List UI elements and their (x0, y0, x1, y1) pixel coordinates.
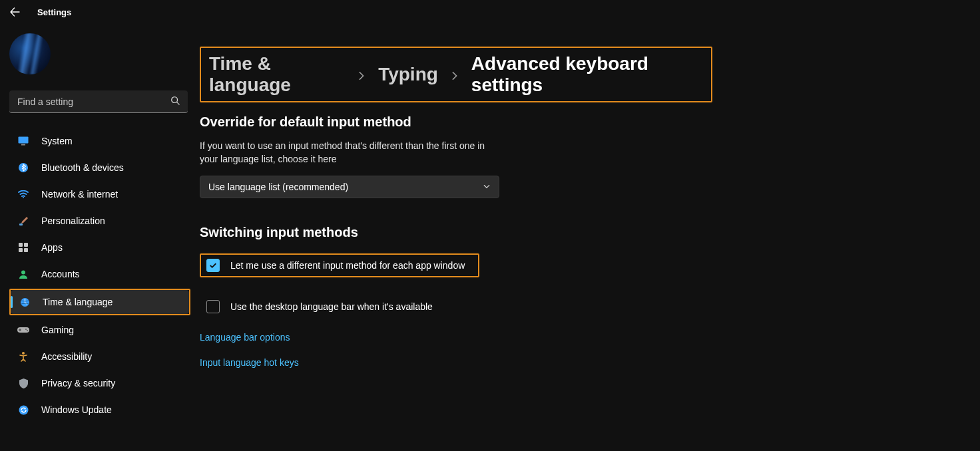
svg-point-16 (19, 405, 28, 414)
section-title-switching: Switching input methods (200, 225, 953, 240)
sidebar-item-label: Accessibility (41, 351, 92, 362)
sidebar-item-accessibility[interactable]: Accessibility (9, 345, 190, 369)
sidebar-item-windows-update[interactable]: Windows Update (9, 398, 190, 422)
svg-rect-7 (24, 243, 28, 247)
checkbox-label: Let me use a different input method for … (230, 260, 465, 271)
svg-point-10 (21, 271, 25, 275)
svg-point-15 (22, 352, 25, 355)
sidebar: SystemBluetooth & devicesNetwork & inter… (0, 24, 200, 451)
section-desc-override: If you want to use an input method that'… (200, 139, 493, 166)
svg-rect-9 (24, 248, 28, 252)
sidebar-item-privacy-security[interactable]: Privacy & security (9, 371, 190, 395)
chevron-right-icon (357, 64, 366, 85)
avatar[interactable] (9, 33, 51, 75)
main-content: Time & language Typing Advanced keyboard… (200, 24, 980, 451)
sidebar-item-apps[interactable]: Apps (9, 235, 190, 259)
checkbox-per-app-window[interactable] (206, 259, 220, 272)
override-section: Override for default input method If you… (200, 114, 953, 198)
sidebar-item-system[interactable]: System (9, 129, 190, 153)
brush-icon (17, 216, 29, 226)
sidebar-item-label: Bluetooth & devices (41, 162, 124, 173)
svg-point-13 (25, 329, 27, 330)
shield-icon (17, 378, 29, 388)
svg-point-0 (172, 96, 178, 102)
svg-rect-1 (19, 137, 29, 144)
switching-section: Switching input methods Let me use a dif… (200, 225, 953, 368)
app-title: Settings (37, 7, 71, 17)
svg-point-4 (23, 197, 24, 198)
dropdown-value: Use language list (recommended) (208, 182, 348, 192)
checkbox-label: Use the desktop language bar when it's a… (230, 301, 433, 312)
clock-globe-icon (19, 297, 31, 307)
sidebar-nav: SystemBluetooth & devicesNetwork & inter… (9, 129, 190, 422)
monitor-icon (17, 136, 29, 146)
sidebar-item-label: Accounts (41, 269, 80, 279)
breadcrumb: Time & language Typing Advanced keyboard… (200, 47, 712, 102)
search-input[interactable] (17, 96, 170, 107)
checkbox-language-bar[interactable] (206, 300, 220, 313)
section-title-override: Override for default input method (200, 114, 953, 130)
sidebar-item-label: Privacy & security (41, 378, 115, 388)
title-bar: Settings (0, 0, 980, 24)
apps-icon (17, 243, 29, 252)
search-box[interactable] (9, 90, 188, 113)
sidebar-item-label: System (41, 136, 73, 146)
sidebar-item-bluetooth-devices[interactable]: Bluetooth & devices (9, 156, 190, 180)
breadcrumb-time-language[interactable]: Time & language (209, 53, 345, 96)
wifi-icon (17, 190, 29, 198)
chevron-down-icon (483, 182, 491, 192)
sidebar-item-gaming[interactable]: Gaming (9, 318, 190, 342)
chevron-right-icon (450, 64, 459, 85)
checkbox-row-per-app-window[interactable]: Let me use a different input method for … (200, 253, 479, 277)
sidebar-item-label: Windows Update (41, 404, 112, 415)
sidebar-item-label: Apps (41, 242, 63, 253)
arrow-left-icon (9, 7, 20, 17)
checkbox-row-language-bar[interactable]: Use the desktop language bar when it's a… (200, 296, 953, 317)
svg-rect-5 (19, 224, 23, 226)
link-language-bar-options[interactable]: Language bar options (200, 332, 953, 343)
sidebar-item-label: Personalization (41, 216, 105, 226)
update-icon (17, 405, 29, 415)
search-icon (170, 96, 180, 108)
accessibility-icon (17, 352, 29, 362)
breadcrumb-typing[interactable]: Typing (378, 64, 438, 85)
sidebar-item-personalization[interactable]: Personalization (9, 209, 190, 233)
sidebar-item-label: Time & language (43, 297, 113, 307)
link-input-language-hotkeys[interactable]: Input language hot keys (200, 357, 953, 368)
svg-rect-2 (21, 144, 25, 146)
bluetooth-icon (17, 163, 29, 172)
person-icon (17, 269, 29, 279)
check-icon (209, 261, 217, 269)
sidebar-item-accounts[interactable]: Accounts (9, 262, 190, 286)
sidebar-item-label: Gaming (41, 325, 74, 335)
svg-point-14 (27, 330, 28, 331)
gamepad-icon (17, 326, 29, 334)
svg-rect-8 (19, 248, 23, 252)
svg-rect-6 (19, 243, 23, 247)
back-button[interactable] (9, 7, 20, 17)
sidebar-item-time-language[interactable]: Time & language (11, 290, 189, 314)
breadcrumb-current: Advanced keyboard settings (471, 53, 703, 96)
sidebar-item-label: Network & internet (41, 189, 118, 200)
sidebar-item-network-internet[interactable]: Network & internet (9, 182, 190, 206)
default-input-method-dropdown[interactable]: Use language list (recommended) (200, 176, 499, 198)
